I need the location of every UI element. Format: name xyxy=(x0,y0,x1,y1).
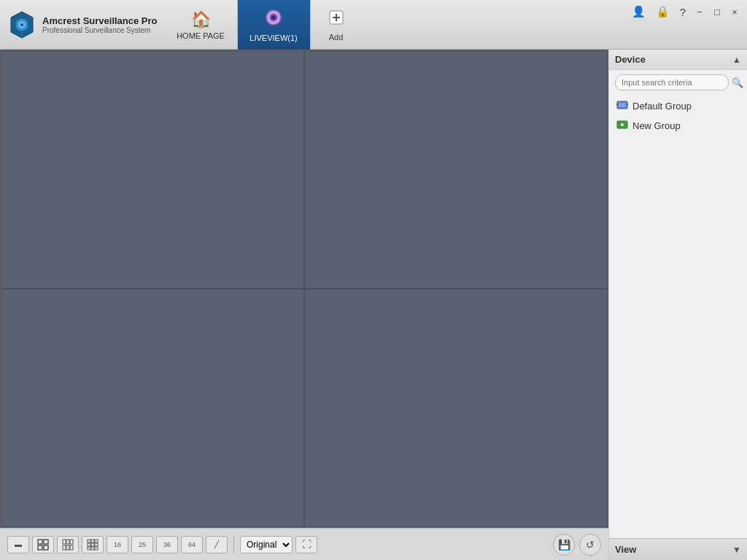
view-panel: View ▼ xyxy=(609,538,747,560)
home-tab-label: HOME PAGE xyxy=(177,31,225,40)
add-tab-label: Add xyxy=(329,33,344,42)
tab-liveview[interactable]: LIVEVIEW(1) xyxy=(238,0,311,50)
layout-64-button[interactable]: 64 xyxy=(181,536,203,553)
home-tab-icon: 🏠 xyxy=(191,10,211,29)
window-controls: 👤 🔒 ? − □ × xyxy=(623,0,747,23)
svg-rect-31 xyxy=(616,104,618,105)
svg-rect-21 xyxy=(91,540,94,542)
refresh-button[interactable]: ↺ xyxy=(579,534,601,556)
search-button[interactable]: 🔍 xyxy=(732,75,743,90)
svg-rect-12 xyxy=(38,545,42,550)
layout-3x3-button[interactable] xyxy=(82,536,104,553)
svg-rect-25 xyxy=(95,543,98,546)
svg-rect-32 xyxy=(627,104,628,105)
maximize-button[interactable]: □ xyxy=(711,5,724,18)
lock-icon[interactable]: 🔒 xyxy=(653,4,673,20)
app-title-block: Amcrest Surveillance Pro Professional Su… xyxy=(42,15,158,34)
svg-point-6 xyxy=(272,16,275,19)
default-group-label: Default Group xyxy=(632,101,692,112)
svg-rect-19 xyxy=(70,545,73,550)
help-icon[interactable]: ? xyxy=(677,4,689,20)
default-group-icon xyxy=(616,99,628,113)
device-panel-title: Device xyxy=(615,54,646,65)
svg-rect-27 xyxy=(91,547,94,550)
fullscreen-button[interactable]: ⛶ xyxy=(295,536,317,553)
svg-rect-20 xyxy=(88,540,90,542)
app-subtitle: Professional Surveillance System xyxy=(42,26,158,34)
device-list: Default Group New Group xyxy=(609,95,747,538)
video-cell-2[interactable] xyxy=(304,50,608,289)
app-title: Amcrest Surveillance Pro xyxy=(42,15,158,26)
video-cell-4[interactable] xyxy=(304,289,608,527)
view-expand-button[interactable]: ▼ xyxy=(732,545,741,555)
device-header: Device ▲ xyxy=(609,50,747,70)
add-tab-icon xyxy=(328,9,345,31)
search-bar: 🔍 xyxy=(609,70,747,95)
layout-36-button[interactable]: 36 xyxy=(156,536,178,553)
user-icon[interactable]: 👤 xyxy=(629,4,649,20)
search-input[interactable] xyxy=(615,74,729,90)
svg-rect-16 xyxy=(70,540,73,544)
svg-rect-10 xyxy=(38,540,42,544)
svg-rect-26 xyxy=(88,547,90,550)
close-button[interactable]: × xyxy=(728,5,741,18)
main-content: ▬ 16 25 xyxy=(0,50,747,560)
view-panel-title: View xyxy=(615,544,636,555)
svg-rect-24 xyxy=(91,543,94,546)
video-area: ▬ 16 25 xyxy=(0,50,608,560)
layout-custom-button[interactable]: ╱ xyxy=(206,536,228,553)
layout-1x1-button[interactable]: ▬ xyxy=(7,536,29,553)
new-group-label: New Group xyxy=(632,120,681,131)
svg-rect-11 xyxy=(44,540,48,544)
group-default[interactable]: Default Group xyxy=(609,96,747,116)
liveview-tab-label: LIVEVIEW(1) xyxy=(249,34,297,42)
bottom-toolbar: ▬ 16 25 xyxy=(0,528,608,560)
video-grid xyxy=(0,50,608,528)
svg-rect-28 xyxy=(95,547,98,550)
svg-rect-23 xyxy=(88,543,90,546)
toolbar-right: 💾 ↺ xyxy=(553,534,601,556)
right-sidebar: Device ▲ 🔍 Defaul xyxy=(608,50,747,560)
video-cell-1[interactable] xyxy=(1,50,304,289)
logo-area: Amcrest Surveillance Pro Professional Su… xyxy=(0,10,165,39)
zoom-select[interactable]: Original Fit 50% 100% 200% xyxy=(240,536,293,553)
minimize-button[interactable]: − xyxy=(693,5,706,18)
svg-rect-15 xyxy=(66,540,69,544)
layout-2x2-button[interactable] xyxy=(32,536,54,553)
svg-rect-13 xyxy=(44,545,48,550)
svg-point-3 xyxy=(20,23,23,26)
layout-16-button[interactable]: 16 xyxy=(107,536,128,553)
layout-25-button[interactable]: 25 xyxy=(131,536,153,553)
svg-rect-18 xyxy=(66,545,69,550)
toolbar-divider xyxy=(233,536,234,553)
svg-rect-14 xyxy=(63,540,66,544)
liveview-tab-icon xyxy=(264,8,283,31)
nav-tabs: 🏠 HOME PAGE LIVEVIEW(1) xyxy=(165,0,362,50)
add-tab[interactable]: Add xyxy=(311,0,362,50)
app-logo xyxy=(7,10,36,39)
video-cell-3[interactable] xyxy=(1,289,304,527)
svg-rect-30 xyxy=(619,103,626,107)
layout-3x2-button[interactable] xyxy=(57,536,79,553)
device-collapse-button[interactable]: ▲ xyxy=(732,55,741,65)
svg-rect-22 xyxy=(95,540,98,542)
new-group-icon xyxy=(616,119,628,133)
group-new[interactable]: New Group xyxy=(609,116,747,136)
save-button[interactable]: 💾 xyxy=(553,534,575,556)
device-panel: Device ▲ 🔍 Defaul xyxy=(609,50,747,538)
svg-rect-17 xyxy=(63,545,66,550)
tab-home[interactable]: 🏠 HOME PAGE xyxy=(165,0,238,50)
title-bar: Amcrest Surveillance Pro Professional Su… xyxy=(0,0,747,50)
